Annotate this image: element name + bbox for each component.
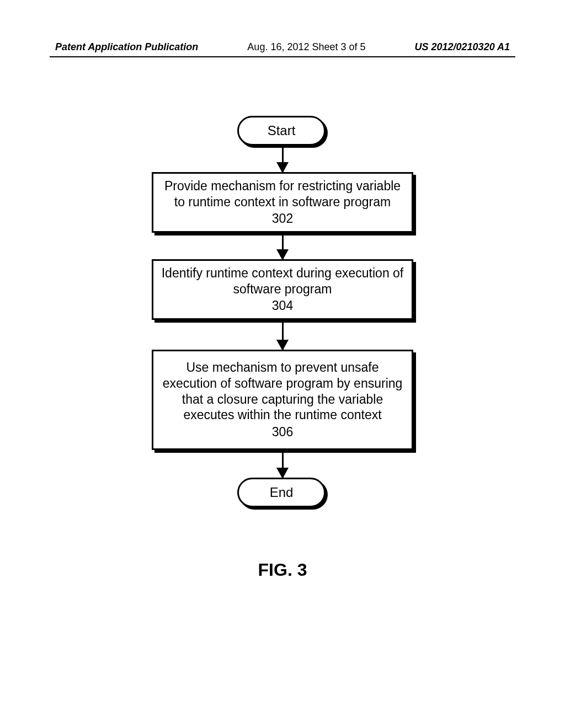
flowchart: Start Provide mechanism for restricting … — [0, 116, 565, 510]
flow-step-306: Use mechanism to prevent unsafe executio… — [152, 350, 413, 450]
flow-step-text: Provide mechanism for restricting variab… — [159, 178, 406, 210]
page-header: Patent Application Publication Aug. 16, … — [55, 41, 510, 53]
flow-end-label: End — [237, 478, 326, 507]
flow-step-304: Identify runtime context during executio… — [152, 259, 413, 320]
flow-step-number: 304 — [272, 298, 293, 314]
flow-start-label: Start — [237, 116, 326, 146]
flow-arrow — [282, 450, 284, 478]
flow-end: End — [237, 478, 328, 510]
figure-label: FIG. 3 — [0, 560, 565, 580]
header-center: Aug. 16, 2012 Sheet 3 of 5 — [247, 41, 365, 53]
header-left: Patent Application Publication — [55, 41, 198, 53]
header-rule — [50, 56, 515, 57]
flow-step-text: Identify runtime context during executio… — [159, 265, 406, 297]
flow-arrow — [282, 148, 284, 172]
flow-arrow — [282, 233, 284, 259]
flow-step-text: Use mechanism to prevent unsafe executio… — [159, 360, 406, 423]
flow-step-number: 306 — [272, 424, 293, 440]
header-right: US 2012/0210320 A1 — [415, 41, 510, 53]
flow-start: Start — [237, 116, 328, 148]
flow-step-302: Provide mechanism for restricting variab… — [152, 172, 413, 233]
flow-arrow — [282, 320, 284, 350]
flow-step-number: 302 — [272, 211, 293, 227]
